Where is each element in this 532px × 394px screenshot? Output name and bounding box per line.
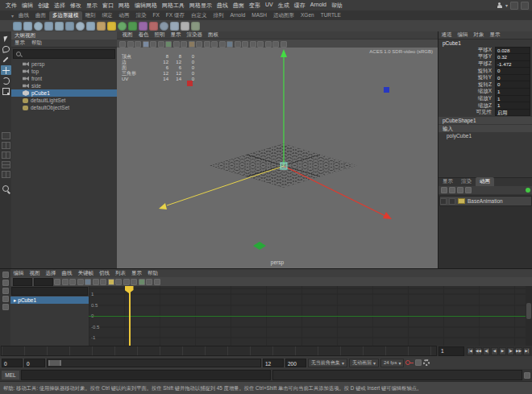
shelf-tool-icon[interactable]	[170, 22, 179, 31]
graph-toolbar-icon[interactable]	[154, 279, 160, 285]
anim-layer-row[interactable]: BaseAnimation	[439, 196, 532, 206]
graph-editor-menu-item[interactable]: 编辑	[10, 270, 27, 277]
viewport-menu-item[interactable]: 照明	[152, 31, 168, 39]
blue-marker[interactable]	[384, 87, 389, 93]
auto-keyframe-toggle-icon[interactable]	[405, 359, 414, 367]
shelf-tab[interactable]: 排列	[210, 11, 227, 20]
value-stat-field[interactable]	[34, 278, 53, 286]
zoom-icon[interactable]	[2, 185, 9, 192]
menu-item[interactable]: 网格工具	[160, 2, 187, 10]
frame-stat-field[interactable]	[13, 278, 32, 286]
layout-preset-four-view[interactable]	[2, 142, 10, 149]
shelf-tab[interactable]: 动画	[116, 11, 133, 20]
shelf-tool-icon[interactable]	[23, 22, 32, 31]
anim-layer-dropdown[interactable]: 无动画层 ▾	[349, 359, 379, 367]
time-slider[interactable]	[1, 346, 437, 356]
move-layer-down-icon[interactable]	[465, 187, 472, 193]
lasso-tool[interactable]	[1, 44, 11, 54]
z-axis-arrow[interactable]	[159, 203, 167, 209]
shelf-tool-icon[interactable]	[107, 22, 116, 31]
green-marker[interactable]	[253, 242, 266, 250]
workspace-icon[interactable]	[510, 2, 518, 10]
scale-tool[interactable]	[1, 86, 11, 96]
sign-in-icon[interactable]	[497, 2, 503, 9]
layer-solo-toggle[interactable]	[449, 198, 455, 205]
move-tool[interactable]	[1, 65, 11, 75]
menu-item[interactable]: 曲面	[231, 2, 247, 10]
graph-toolbar-icon[interactable]	[77, 279, 84, 285]
viewport-toolbar-icon[interactable]	[219, 41, 226, 48]
shelf-tab[interactable]: 运动图形	[270, 11, 297, 20]
viewport-menu-item[interactable]: 显示	[168, 31, 184, 39]
menu-item[interactable]: 帮助	[329, 2, 345, 10]
layout-preset-two-stacked[interactable]	[2, 161, 10, 168]
layer-editor-tab[interactable]: 渲染	[457, 177, 476, 186]
playback-button[interactable]: ▶	[499, 347, 506, 355]
layer-mute-toggle[interactable]	[440, 198, 447, 205]
outliner-item[interactable]: top	[11, 68, 117, 75]
menu-item[interactable]: 生成	[276, 2, 292, 10]
y-axis-arrow[interactable]	[281, 49, 287, 57]
layer-editor-tab[interactable]: 显示	[438, 177, 457, 186]
script-editor-icon[interactable]	[524, 372, 530, 379]
viewport-toolbar-icon[interactable]	[181, 41, 187, 48]
shelf-tab[interactable]: 渲染	[133, 11, 150, 20]
menu-item[interactable]: 创建	[35, 2, 52, 10]
graph-toolbar-icon[interactable]	[93, 279, 99, 285]
create-layer-icon[interactable]	[441, 187, 447, 193]
expand-arrow-icon[interactable]: ▸	[14, 297, 16, 304]
chevron-down-icon[interactable]: ▾	[505, 2, 508, 8]
menu-item[interactable]: 网格显示	[187, 2, 214, 10]
viewport-toolbar-icon[interactable]	[189, 41, 195, 48]
playback-button[interactable]: ◀|	[483, 347, 490, 355]
graph-editor-menu-item[interactable]: 关键帧	[75, 270, 97, 277]
viewport-toolbar-icon[interactable]	[196, 41, 202, 48]
range-slider-thumb[interactable]	[48, 360, 61, 366]
graph-vertical-scrollbar[interactable]	[526, 286, 532, 346]
graph-side-icon-1[interactable]	[2, 272, 9, 278]
shelf-tool-icon[interactable]	[13, 22, 22, 31]
viewport-toolbar-icon[interactable]	[235, 41, 241, 48]
outliner-item[interactable]: front	[11, 75, 117, 82]
channel-label[interactable]: 可见性	[438, 109, 495, 116]
channel-box-menu-item[interactable]: 编辑	[455, 31, 471, 39]
shelf-tool-icon[interactable]	[160, 22, 168, 31]
channel-box-menu-item[interactable]: 通道	[438, 31, 455, 39]
layer-editor-tab[interactable]: 动画	[476, 177, 494, 186]
animation-preferences-icon[interactable]	[423, 359, 430, 366]
graph-toolbar-icon[interactable]	[146, 279, 152, 285]
outliner-search-field[interactable]	[13, 49, 115, 59]
menu-item[interactable]: 编辑网格	[132, 2, 160, 10]
outliner-menu-item[interactable]: 显示	[11, 39, 28, 47]
shelf-tool-icon[interactable]	[118, 22, 127, 31]
curve-graph-area[interactable]: 10.50-0.5-1	[89, 286, 526, 346]
viewport-toolbar-icon[interactable]	[272, 41, 279, 48]
graph-toolbar-icon[interactable]	[69, 279, 76, 285]
shelf-tab[interactable]: FX	[150, 11, 163, 20]
current-frame-field[interactable]: 1	[438, 346, 464, 356]
channel-value-field[interactable]: 启用	[495, 109, 530, 117]
viewport-canvas[interactable]: 顶点 8 8 0 边 12 12 0 面 6	[117, 48, 438, 268]
shape-node-header[interactable]: pCubeShape1	[438, 117, 532, 124]
graph-editor-menu-item[interactable]: 列表	[113, 270, 129, 277]
menu-item[interactable]: 编辑	[19, 2, 35, 10]
shelf-tab[interactable]: XGen	[297, 11, 318, 20]
playhead-line[interactable]	[129, 286, 131, 346]
graph-editor-menu-item[interactable]: 显示	[129, 270, 145, 277]
graph-editor-menu-item[interactable]: 选择	[43, 270, 59, 277]
layout-preset-single[interactable]	[2, 132, 10, 139]
animation-end-field[interactable]: 200	[285, 359, 306, 367]
select-tool[interactable]	[1, 34, 11, 44]
viewport-toolbar-icon[interactable]	[250, 41, 256, 48]
shelf-tab[interactable]: 多边形建模	[49, 11, 82, 20]
outliner-item[interactable]: defaultLightSet	[11, 97, 117, 104]
graph-editor-menu-item[interactable]: 切线	[97, 270, 113, 277]
viewport-toolbar-icon[interactable]	[227, 41, 233, 48]
shelf-tool-icon[interactable]	[128, 22, 137, 31]
shelf-tool-icon[interactable]	[55, 22, 64, 31]
viewport-toolbar-icon[interactable]	[257, 41, 264, 48]
shelf-tab[interactable]: TURTLE	[318, 11, 344, 20]
graph-side-icon-3[interactable]	[2, 288, 9, 294]
layout-switch-icon[interactable]	[521, 2, 529, 10]
shelf-tool-icon[interactable]	[76, 22, 85, 31]
